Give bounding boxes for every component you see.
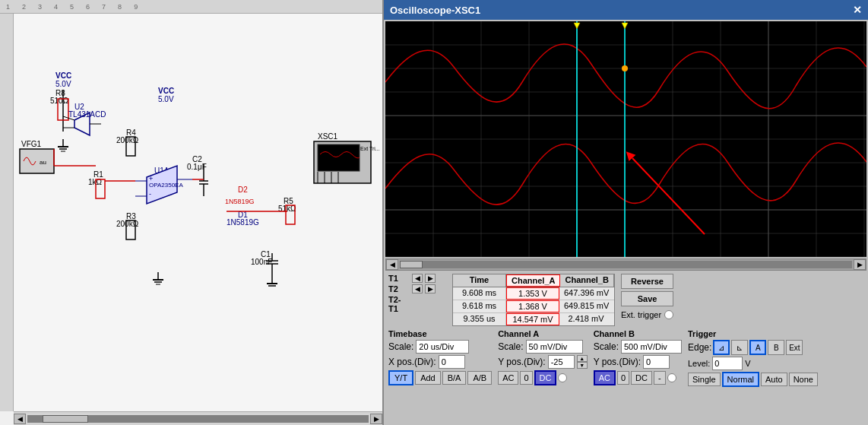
t1t2-controls: T1 ◀ ▶ T2 ◀ ▶ T2-T1: [388, 274, 449, 313]
osc-titlebar: Oscilloscope-XSC1 ✕: [384, 0, 868, 20]
svg-text:Ext Tri...: Ext Tri...: [360, 146, 380, 151]
svg-text:-: -: [149, 190, 151, 198]
ruler-vertical: [0, 14, 14, 411]
chA-ypos-input[interactable]: [548, 355, 575, 369]
svg-text:OPA2350EA: OPA2350EA: [149, 182, 183, 189]
timebase-xpos-label: X pos.(Div):: [388, 357, 436, 367]
svg-text:D2: D2: [238, 186, 248, 194]
trigger-mode-row: Single Normal Auto None: [688, 372, 818, 387]
t2-row: T2 ◀ ▶: [388, 284, 449, 293]
t2-time: 9.618 ms: [453, 300, 506, 312]
svg-text:1N5819G: 1N5819G: [225, 198, 255, 205]
t1-time: 9.608 ms: [453, 287, 506, 300]
trigger-level-input[interactable]: [712, 357, 743, 370]
chB-dc-btn[interactable]: DC: [631, 371, 652, 385]
bottom-controls: Timebase Scale: X pos.(Div): Y/T Add B/A…: [388, 329, 863, 387]
osc-scroll-left[interactable]: ◀: [386, 259, 398, 270]
t1-right-btn[interactable]: ▶: [425, 274, 436, 283]
osc-scroll-right[interactable]: ▶: [854, 259, 866, 270]
osc-scroll-track[interactable]: [400, 261, 852, 268]
chB-ac-btn[interactable]: AC: [594, 370, 616, 385]
chA-ypos-down[interactable]: ▼: [577, 362, 588, 369]
schematic-canvas[interactable]: VCC 5.0V VCC 5.0V R8 510Ω U2 TL431ACD VF…: [14, 14, 382, 411]
chB-zero-btn[interactable]: 0: [617, 371, 629, 385]
chA-ypos-spinner[interactable]: ▲ ▼: [577, 355, 588, 369]
trigger-edge-label: Edge:: [688, 342, 711, 353]
ext-trigger-radio[interactable]: [664, 310, 673, 319]
osc-controls: T1 ◀ ▶ T2 ◀ ▶ T2-T1 Time Channel_A: [384, 271, 868, 425]
chA-dc-btn[interactable]: DC: [534, 370, 557, 385]
t2-left-btn[interactable]: ◀: [412, 284, 423, 293]
ruler-horizontal: 1 2 3 4 5 6 7 8 9: [0, 0, 382, 14]
timebase-scale-row: Scale:: [388, 340, 492, 354]
chB-mode-row: AC 0 DC -: [594, 370, 682, 385]
trigger-src-ext-btn[interactable]: Ext: [786, 340, 803, 355]
trigger-src-b-btn[interactable]: B: [768, 340, 784, 355]
trigger-level-unit: V: [745, 359, 750, 368]
osc-scrollbar[interactable]: ◀ ▶: [385, 258, 866, 271]
chA-ac-btn[interactable]: AC: [498, 371, 518, 385]
svg-text:1N5819G: 1N5819G: [227, 218, 259, 227]
timebase-group: Timebase Scale: X pos.(Div): Y/T Add B/A…: [388, 329, 492, 385]
mode-add-btn[interactable]: Add: [415, 371, 441, 385]
scroll-thumb-h[interactable]: [43, 415, 88, 423]
timebase-scale-input[interactable]: [416, 340, 469, 354]
svg-text:5.0V: 5.0V: [55, 80, 71, 88]
side-buttons: Reverse Save Ext. trigger: [621, 274, 673, 319]
channel-a-label: Channel A: [498, 329, 587, 338]
ext-trigger-label: Ext. trigger: [621, 310, 661, 319]
chA-ypos-label: Y pos.(Div):: [498, 357, 545, 367]
timebase-xpos-input[interactable]: [439, 355, 465, 369]
chB-radio[interactable]: [667, 373, 676, 382]
reverse-button[interactable]: Reverse: [621, 274, 673, 289]
trigger-level-row: Level: V: [688, 357, 818, 370]
chA-ypos-row: Y pos.(Div): ▲ ▼: [498, 355, 587, 369]
t2-measurement-row: 9.618 ms 1.368 V 649.815 mV: [453, 300, 614, 313]
svg-marker-103: [622, 23, 628, 29]
t2-right-btn[interactable]: ▶: [425, 284, 436, 293]
scroll-track-h[interactable]: [27, 415, 369, 423]
schematic-scrollbar-horizontal[interactable]: ◀ ▶: [14, 411, 382, 425]
trigger-auto-btn[interactable]: Auto: [761, 373, 787, 386]
t1-chB: 647.396 mV: [559, 287, 613, 300]
scroll-right-btn[interactable]: ▶: [370, 414, 382, 424]
osc-title: Oscilloscope-XSC1: [390, 5, 480, 16]
trigger-src-a-btn[interactable]: A: [749, 340, 766, 355]
chA-header: Channel_A: [506, 274, 560, 287]
timebase-xpos-row: X pos.(Div):: [388, 355, 492, 369]
chA-zero-btn[interactable]: 0: [520, 371, 532, 385]
svg-rect-15: [20, 149, 54, 173]
svg-text:510Ω: 510Ω: [50, 97, 69, 105]
svg-marker-102: [574, 23, 580, 29]
chA-scale-input[interactable]: [526, 340, 583, 354]
chB-scale-input[interactable]: [621, 340, 682, 354]
chA-radio[interactable]: [558, 373, 567, 382]
trigger-none-btn[interactable]: None: [789, 373, 818, 386]
trigger-normal-btn[interactable]: Normal: [722, 372, 759, 387]
trigger-fall-btn[interactable]: ⊿: [731, 340, 748, 355]
trigger-level-label: Level:: [688, 359, 710, 368]
osc-display[interactable]: [385, 21, 866, 257]
chA-ypos-up[interactable]: ▲: [577, 355, 588, 362]
timebase-mode-row: Y/T Add B/A A/B: [388, 370, 492, 385]
save-button[interactable]: Save: [621, 291, 673, 306]
t1-left-btn[interactable]: ◀: [412, 274, 423, 283]
waveform-display: [385, 21, 866, 257]
mode-yt-btn[interactable]: Y/T: [388, 370, 413, 385]
time-header: Time: [453, 274, 506, 287]
trigger-single-btn[interactable]: Single: [688, 373, 721, 386]
chA-scale-row: Scale:: [498, 340, 587, 354]
trigger-group: Trigger Edge: ⊿ ⊿ A B Ext Level: V Singl…: [688, 329, 818, 387]
svg-text:VFG1: VFG1: [21, 140, 42, 148]
mode-ba-btn[interactable]: B/A: [442, 371, 467, 385]
meas-header: Time Channel_A Channel_B: [453, 274, 614, 287]
chB-ypos-input[interactable]: [643, 355, 670, 369]
t2t1-time: 9.355 us: [453, 313, 506, 325]
close-button[interactable]: ✕: [853, 4, 862, 16]
mode-ab-btn[interactable]: A/B: [467, 371, 492, 385]
scroll-left-btn[interactable]: ◀: [14, 414, 26, 424]
osc-scroll-thumb[interactable]: [400, 261, 423, 268]
t1-chA: 1.353 V: [506, 287, 559, 300]
trigger-rise-btn[interactable]: ⊿: [713, 340, 730, 355]
chB-minus-btn[interactable]: -: [654, 371, 666, 385]
